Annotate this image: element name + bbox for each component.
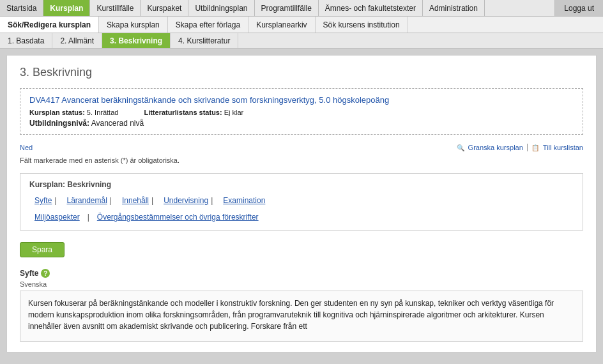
kursplan-title: Kursplan: Beskrivning [29, 180, 574, 189]
course-info-box: DVA417 Avancerat beräkningstänkande och … [20, 88, 583, 135]
nav-kursplanearkiv[interactable]: Kursplanearkiv [248, 17, 315, 33]
syfte-label: Syfte ? [20, 269, 583, 278]
inner-tab-larandemal[interactable]: Lärandemål [61, 194, 117, 207]
main-content: 3. Beskrivning DVA417 Avancerat beräknin… [6, 55, 597, 353]
page-title: 3. Beskrivning [20, 66, 583, 79]
inner-tab-miljo[interactable]: Miljöaspekter [29, 211, 85, 224]
nav-skapa-kursplan[interactable]: Skapa kursplan [99, 17, 168, 33]
tab-allman[interactable]: 2. Allmänt [52, 33, 102, 48]
utbildnings-value: Avancerad nivå [91, 119, 144, 128]
second-navigation: Sök/Redigera kursplan Skapa kursplan Ska… [0, 17, 603, 33]
utbildnings-label: Utbildningsnivå: [29, 119, 89, 128]
inner-tab-undervisning[interactable]: Undervisning [158, 194, 218, 207]
syfte-label-text: Syfte [20, 269, 38, 278]
inner-tab-innehall[interactable]: Innehåll [117, 194, 158, 207]
nav-startsida[interactable]: Startsida [0, 0, 43, 16]
course-status: Kursplan status: 5. Inrättad [29, 109, 118, 116]
kursplan-box: Kursplan: Beskrivning Syfte Lärandemål I… [20, 173, 583, 231]
course-status-value: 5. Inrättad [87, 109, 119, 116]
inner-tabs-row1: Syfte Lärandemål Innehåll Undervisning E… [29, 194, 574, 207]
tab-kurslitteratur[interactable]: 4. Kurslitteratur [171, 33, 238, 48]
logout-button[interactable]: Logga ut [554, 0, 603, 16]
nav-spacer [485, 0, 554, 16]
action-right: 🔍 Granska kursplan 📋 Till kurslistan [457, 144, 583, 151]
tab-navigation: 1. Basdata 2. Allmänt 3. Beskrivning 4. … [0, 33, 603, 49]
action-bar: Ned 🔍 Granska kursplan 📋 Till kurslistan [20, 144, 583, 151]
action-left: Ned [20, 144, 33, 151]
course-status-label: Kursplan status: [29, 109, 85, 116]
litteratur-status: Litteraturlistans status: Ej klar [144, 109, 243, 116]
course-title: DVA417 Avancerat beräkningstänkande och … [29, 95, 574, 105]
litteratur-label: Litteraturlistans status: [144, 109, 222, 116]
litteratur-value: Ej klar [224, 109, 244, 116]
nav-institution[interactable]: Sök kursens institution [316, 17, 408, 33]
inner-tab-overgang[interactable]: Övergångsbestämmelser och övriga föreskr… [92, 211, 264, 224]
inner-tab-examination[interactable]: Examination [218, 194, 270, 207]
inner-tab-syfte[interactable]: Syfte [29, 194, 61, 207]
help-icon[interactable]: ? [41, 269, 50, 278]
tab2-separator: | [85, 211, 92, 224]
language-label: Svenska [20, 280, 583, 288]
kurslistan-link[interactable]: Till kurslistan [543, 144, 583, 151]
nav-administration[interactable]: Administration [423, 0, 485, 16]
nav-utbildningsplan[interactable]: Utbildningsplan [188, 0, 254, 16]
save-button[interactable]: Spara [20, 242, 65, 257]
tab-basdata[interactable]: 1. Basdata [0, 33, 52, 48]
nav-kurspaket[interactable]: Kurspaket [141, 0, 188, 16]
granska-link[interactable]: Granska kursplan [468, 144, 523, 151]
course-meta: Kursplan status: 5. Inrättad Litteraturl… [29, 109, 574, 116]
inner-tabs-row2: Miljöaspekter | Övergångsbestämmelser oc… [29, 211, 574, 224]
tab-beskrivning[interactable]: 3. Beskrivning [102, 33, 171, 48]
utbildningsniva: Utbildningsnivå: Avancerad nivå [29, 119, 574, 128]
syfte-text-area: Kursen fokuserar på beräkningstänkande o… [20, 291, 583, 342]
top-navigation: Startsida Kursplan Kurstillfälle Kurspak… [0, 0, 603, 17]
separator [527, 144, 528, 151]
syfte-section: Syfte ? Svenska Kursen fokuserar på berä… [20, 269, 583, 342]
nav-sok-redigera[interactable]: Sök/Redigera kursplan [0, 17, 99, 33]
ned-link[interactable]: Ned [20, 144, 33, 151]
nav-skapa-forlaga[interactable]: Skapa efter förlaga [168, 17, 248, 33]
nav-kurstillfalle[interactable]: Kurstillfälle [90, 0, 141, 16]
nav-programtillfalle[interactable]: Programtillfälle [255, 0, 319, 16]
list-icon: 📋 [531, 144, 539, 151]
nav-kursplan[interactable]: Kursplan [43, 0, 90, 16]
field-note: Fält markerade med en asterisk (*) är ob… [20, 156, 583, 164]
nav-amnes[interactable]: Ämnes- och fakultetstexter [319, 0, 423, 16]
preview-icon: 🔍 [457, 144, 464, 151]
